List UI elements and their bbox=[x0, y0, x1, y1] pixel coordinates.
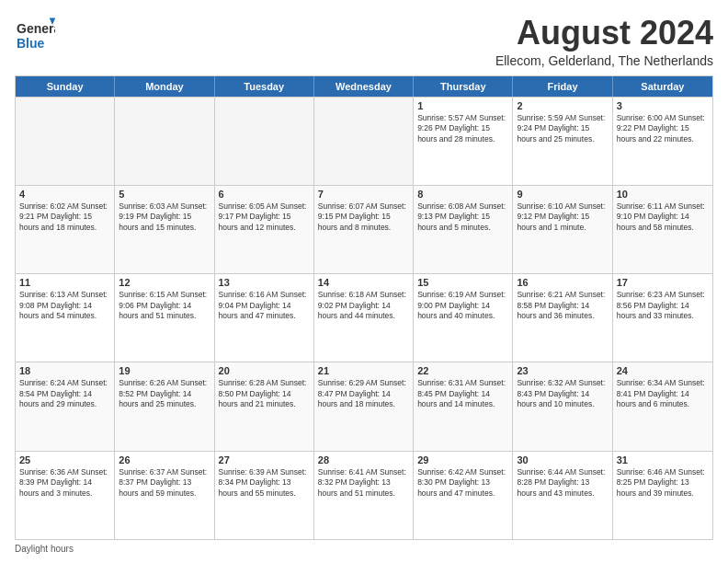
day-info: Sunrise: 6:26 AM Sunset: 8:52 PM Dayligh… bbox=[119, 378, 210, 409]
day-info: Sunrise: 6:34 AM Sunset: 8:41 PM Dayligh… bbox=[617, 378, 709, 409]
header-day-tuesday: Tuesday bbox=[215, 76, 314, 97]
day-info: Sunrise: 6:42 AM Sunset: 8:30 PM Dayligh… bbox=[417, 467, 508, 499]
svg-text:General: General bbox=[17, 21, 55, 36]
day-cell-6: 6Sunrise: 6:05 AM Sunset: 9:17 PM Daylig… bbox=[215, 186, 314, 273]
week-row-1: 1Sunrise: 5:57 AM Sunset: 9:26 PM Daylig… bbox=[16, 97, 712, 185]
week-row-3: 11Sunrise: 6:13 AM Sunset: 9:08 PM Dayli… bbox=[16, 273, 712, 362]
day-cell-17: 17Sunrise: 6:23 AM Sunset: 8:56 PM Dayli… bbox=[613, 274, 712, 362]
day-number: 28 bbox=[318, 454, 409, 465]
day-cell-7: 7Sunrise: 6:07 AM Sunset: 9:15 PM Daylig… bbox=[314, 186, 414, 273]
day-number: 9 bbox=[517, 189, 608, 200]
day-number: 7 bbox=[318, 189, 409, 200]
day-number: 31 bbox=[617, 454, 709, 465]
day-info: Sunrise: 6:19 AM Sunset: 9:00 PM Dayligh… bbox=[417, 290, 508, 321]
day-cell-16: 16Sunrise: 6:21 AM Sunset: 8:58 PM Dayli… bbox=[513, 274, 612, 362]
day-cell-23: 23Sunrise: 6:32 AM Sunset: 8:43 PM Dayli… bbox=[513, 362, 612, 450]
day-info: Sunrise: 6:18 AM Sunset: 9:02 PM Dayligh… bbox=[318, 290, 409, 321]
day-info: Sunrise: 6:10 AM Sunset: 9:12 PM Dayligh… bbox=[517, 201, 608, 233]
footer-note: Daylight hours bbox=[15, 544, 713, 554]
day-info: Sunrise: 5:57 AM Sunset: 9:26 PM Dayligh… bbox=[417, 113, 508, 144]
day-cell-21: 21Sunrise: 6:29 AM Sunset: 8:47 PM Dayli… bbox=[314, 362, 414, 450]
day-cell-27: 27Sunrise: 6:39 AM Sunset: 8:34 PM Dayli… bbox=[215, 452, 314, 539]
header-day-friday: Friday bbox=[513, 76, 612, 97]
calendar-header: SundayMondayTuesdayWednesdayThursdayFrid… bbox=[16, 76, 712, 97]
header-day-saturday: Saturday bbox=[613, 76, 712, 97]
day-number: 29 bbox=[417, 454, 508, 465]
day-cell-24: 24Sunrise: 6:34 AM Sunset: 8:41 PM Dayli… bbox=[613, 362, 712, 450]
day-info: Sunrise: 6:32 AM Sunset: 8:43 PM Dayligh… bbox=[517, 378, 608, 409]
logo: General Blue bbox=[15, 15, 55, 55]
day-info: Sunrise: 6:00 AM Sunset: 9:22 PM Dayligh… bbox=[617, 113, 709, 144]
day-number: 11 bbox=[19, 277, 110, 288]
header: General Blue August 2024 Ellecom, Gelder… bbox=[15, 15, 713, 68]
day-info: Sunrise: 6:29 AM Sunset: 8:47 PM Dayligh… bbox=[318, 378, 409, 409]
day-number: 16 bbox=[517, 277, 608, 288]
day-cell-11: 11Sunrise: 6:13 AM Sunset: 9:08 PM Dayli… bbox=[16, 274, 115, 362]
calendar: SundayMondayTuesdayWednesdayThursdayFrid… bbox=[15, 75, 713, 540]
day-info: Sunrise: 6:41 AM Sunset: 8:32 PM Dayligh… bbox=[318, 467, 409, 499]
day-number: 22 bbox=[417, 365, 508, 376]
day-number: 2 bbox=[517, 100, 608, 111]
page: General Blue August 2024 Ellecom, Gelder… bbox=[0, 0, 728, 563]
header-day-wednesday: Wednesday bbox=[314, 76, 414, 97]
day-number: 12 bbox=[119, 277, 210, 288]
day-cell-8: 8Sunrise: 6:08 AM Sunset: 9:13 PM Daylig… bbox=[414, 186, 513, 273]
day-number: 8 bbox=[417, 189, 508, 200]
day-info: Sunrise: 5:59 AM Sunset: 9:24 PM Dayligh… bbox=[517, 113, 608, 144]
subtitle: Ellecom, Gelderland, The Netherlands bbox=[495, 53, 713, 68]
day-info: Sunrise: 6:21 AM Sunset: 8:58 PM Dayligh… bbox=[517, 290, 608, 321]
day-number: 20 bbox=[219, 365, 310, 376]
day-info: Sunrise: 6:11 AM Sunset: 9:10 PM Dayligh… bbox=[617, 201, 709, 233]
day-number: 24 bbox=[617, 365, 709, 376]
day-info: Sunrise: 6:16 AM Sunset: 9:04 PM Dayligh… bbox=[219, 290, 310, 321]
day-cell-29: 29Sunrise: 6:42 AM Sunset: 8:30 PM Dayli… bbox=[414, 452, 513, 539]
day-number: 4 bbox=[19, 189, 110, 200]
day-cell-26: 26Sunrise: 6:37 AM Sunset: 8:37 PM Dayli… bbox=[115, 452, 214, 539]
day-cell-25: 25Sunrise: 6:36 AM Sunset: 8:39 PM Dayli… bbox=[16, 452, 115, 539]
day-info: Sunrise: 6:39 AM Sunset: 8:34 PM Dayligh… bbox=[219, 467, 310, 499]
day-cell-20: 20Sunrise: 6:28 AM Sunset: 8:50 PM Dayli… bbox=[215, 362, 314, 450]
month-title: August 2024 bbox=[495, 15, 713, 52]
day-number: 21 bbox=[318, 365, 409, 376]
day-cell-9: 9Sunrise: 6:10 AM Sunset: 9:12 PM Daylig… bbox=[513, 186, 612, 273]
day-number: 26 bbox=[119, 454, 210, 465]
day-number: 17 bbox=[617, 277, 709, 288]
empty-cell bbox=[115, 98, 214, 185]
day-cell-14: 14Sunrise: 6:18 AM Sunset: 9:02 PM Dayli… bbox=[314, 274, 414, 362]
week-row-2: 4Sunrise: 6:02 AM Sunset: 9:21 PM Daylig… bbox=[16, 185, 712, 273]
empty-cell bbox=[314, 98, 414, 185]
day-number: 14 bbox=[318, 277, 409, 288]
day-number: 1 bbox=[417, 100, 508, 111]
day-cell-3: 3Sunrise: 6:00 AM Sunset: 9:22 PM Daylig… bbox=[613, 98, 712, 185]
day-number: 25 bbox=[19, 454, 110, 465]
day-cell-5: 5Sunrise: 6:03 AM Sunset: 9:19 PM Daylig… bbox=[115, 186, 214, 273]
header-day-sunday: Sunday bbox=[16, 76, 115, 97]
day-cell-19: 19Sunrise: 6:26 AM Sunset: 8:52 PM Dayli… bbox=[115, 362, 214, 450]
day-info: Sunrise: 6:08 AM Sunset: 9:13 PM Dayligh… bbox=[417, 201, 508, 233]
day-info: Sunrise: 6:46 AM Sunset: 8:25 PM Dayligh… bbox=[617, 467, 709, 499]
day-info: Sunrise: 6:03 AM Sunset: 9:19 PM Dayligh… bbox=[119, 201, 210, 233]
empty-cell bbox=[215, 98, 314, 185]
day-cell-28: 28Sunrise: 6:41 AM Sunset: 8:32 PM Dayli… bbox=[314, 452, 414, 539]
header-day-monday: Monday bbox=[115, 76, 214, 97]
day-number: 15 bbox=[417, 277, 508, 288]
day-number: 13 bbox=[219, 277, 310, 288]
day-cell-4: 4Sunrise: 6:02 AM Sunset: 9:21 PM Daylig… bbox=[16, 186, 115, 273]
calendar-body: 1Sunrise: 5:57 AM Sunset: 9:26 PM Daylig… bbox=[16, 97, 712, 539]
svg-text:Blue: Blue bbox=[17, 36, 45, 51]
title-area: August 2024 Ellecom, Gelderland, The Net… bbox=[495, 15, 713, 68]
day-number: 23 bbox=[517, 365, 608, 376]
day-info: Sunrise: 6:13 AM Sunset: 9:08 PM Dayligh… bbox=[19, 290, 110, 321]
day-cell-22: 22Sunrise: 6:31 AM Sunset: 8:45 PM Dayli… bbox=[414, 362, 513, 450]
week-row-5: 25Sunrise: 6:36 AM Sunset: 8:39 PM Dayli… bbox=[16, 451, 712, 539]
day-info: Sunrise: 6:23 AM Sunset: 8:56 PM Dayligh… bbox=[617, 290, 709, 321]
day-number: 27 bbox=[219, 454, 310, 465]
header-day-thursday: Thursday bbox=[414, 76, 513, 97]
day-cell-13: 13Sunrise: 6:16 AM Sunset: 9:04 PM Dayli… bbox=[215, 274, 314, 362]
day-info: Sunrise: 6:05 AM Sunset: 9:17 PM Dayligh… bbox=[219, 201, 310, 233]
day-info: Sunrise: 6:24 AM Sunset: 8:54 PM Dayligh… bbox=[19, 378, 110, 409]
day-cell-30: 30Sunrise: 6:44 AM Sunset: 8:28 PM Dayli… bbox=[513, 452, 612, 539]
day-cell-31: 31Sunrise: 6:46 AM Sunset: 8:25 PM Dayli… bbox=[613, 452, 712, 539]
day-info: Sunrise: 6:15 AM Sunset: 9:06 PM Dayligh… bbox=[119, 290, 210, 321]
day-number: 5 bbox=[119, 189, 210, 200]
